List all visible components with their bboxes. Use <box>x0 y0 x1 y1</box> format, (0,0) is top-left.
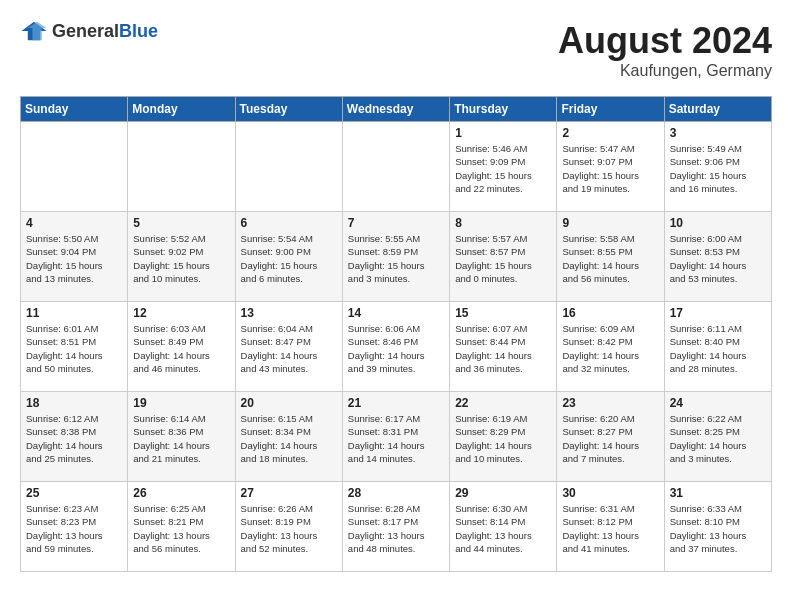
calendar-cell: 31Sunrise: 6:33 AM Sunset: 8:10 PM Dayli… <box>664 482 771 572</box>
weekday-header-thursday: Thursday <box>450 97 557 122</box>
calendar-cell: 6Sunrise: 5:54 AM Sunset: 9:00 PM Daylig… <box>235 212 342 302</box>
calendar-cell: 18Sunrise: 6:12 AM Sunset: 8:38 PM Dayli… <box>21 392 128 482</box>
weekday-header-monday: Monday <box>128 97 235 122</box>
day-info: Sunrise: 6:31 AM Sunset: 8:12 PM Dayligh… <box>562 502 658 555</box>
day-number: 24 <box>670 396 766 410</box>
calendar-cell: 4Sunrise: 5:50 AM Sunset: 9:04 PM Daylig… <box>21 212 128 302</box>
calendar-cell: 9Sunrise: 5:58 AM Sunset: 8:55 PM Daylig… <box>557 212 664 302</box>
day-info: Sunrise: 5:46 AM Sunset: 9:09 PM Dayligh… <box>455 142 551 195</box>
day-info: Sunrise: 6:04 AM Sunset: 8:47 PM Dayligh… <box>241 322 337 375</box>
weekday-header-saturday: Saturday <box>664 97 771 122</box>
day-info: Sunrise: 5:52 AM Sunset: 9:02 PM Dayligh… <box>133 232 229 285</box>
calendar-cell: 7Sunrise: 5:55 AM Sunset: 8:59 PM Daylig… <box>342 212 449 302</box>
calendar-week-row-2: 4Sunrise: 5:50 AM Sunset: 9:04 PM Daylig… <box>21 212 772 302</box>
calendar-cell: 10Sunrise: 6:00 AM Sunset: 8:53 PM Dayli… <box>664 212 771 302</box>
day-number: 6 <box>241 216 337 230</box>
calendar-cell: 28Sunrise: 6:28 AM Sunset: 8:17 PM Dayli… <box>342 482 449 572</box>
calendar-cell: 14Sunrise: 6:06 AM Sunset: 8:46 PM Dayli… <box>342 302 449 392</box>
day-number: 16 <box>562 306 658 320</box>
day-number: 12 <box>133 306 229 320</box>
day-number: 10 <box>670 216 766 230</box>
calendar-cell <box>342 122 449 212</box>
day-number: 26 <box>133 486 229 500</box>
weekday-header-friday: Friday <box>557 97 664 122</box>
location-title: Kaufungen, Germany <box>558 62 772 80</box>
calendar-cell: 25Sunrise: 6:23 AM Sunset: 8:23 PM Dayli… <box>21 482 128 572</box>
day-info: Sunrise: 5:55 AM Sunset: 8:59 PM Dayligh… <box>348 232 444 285</box>
day-info: Sunrise: 6:23 AM Sunset: 8:23 PM Dayligh… <box>26 502 122 555</box>
day-info: Sunrise: 6:06 AM Sunset: 8:46 PM Dayligh… <box>348 322 444 375</box>
day-number: 18 <box>26 396 122 410</box>
day-info: Sunrise: 6:19 AM Sunset: 8:29 PM Dayligh… <box>455 412 551 465</box>
day-number: 7 <box>348 216 444 230</box>
calendar-cell: 12Sunrise: 6:03 AM Sunset: 8:49 PM Dayli… <box>128 302 235 392</box>
day-info: Sunrise: 6:26 AM Sunset: 8:19 PM Dayligh… <box>241 502 337 555</box>
calendar-cell <box>21 122 128 212</box>
day-info: Sunrise: 6:11 AM Sunset: 8:40 PM Dayligh… <box>670 322 766 375</box>
calendar-cell: 19Sunrise: 6:14 AM Sunset: 8:36 PM Dayli… <box>128 392 235 482</box>
day-number: 29 <box>455 486 551 500</box>
calendar-cell: 3Sunrise: 5:49 AM Sunset: 9:06 PM Daylig… <box>664 122 771 212</box>
calendar-week-row-1: 1Sunrise: 5:46 AM Sunset: 9:09 PM Daylig… <box>21 122 772 212</box>
day-info: Sunrise: 6:12 AM Sunset: 8:38 PM Dayligh… <box>26 412 122 465</box>
day-info: Sunrise: 6:01 AM Sunset: 8:51 PM Dayligh… <box>26 322 122 375</box>
calendar-cell: 30Sunrise: 6:31 AM Sunset: 8:12 PM Dayli… <box>557 482 664 572</box>
day-info: Sunrise: 6:33 AM Sunset: 8:10 PM Dayligh… <box>670 502 766 555</box>
calendar-cell: 29Sunrise: 6:30 AM Sunset: 8:14 PM Dayli… <box>450 482 557 572</box>
day-number: 1 <box>455 126 551 140</box>
day-number: 21 <box>348 396 444 410</box>
day-info: Sunrise: 6:09 AM Sunset: 8:42 PM Dayligh… <box>562 322 658 375</box>
day-info: Sunrise: 5:50 AM Sunset: 9:04 PM Dayligh… <box>26 232 122 285</box>
day-number: 13 <box>241 306 337 320</box>
day-info: Sunrise: 6:20 AM Sunset: 8:27 PM Dayligh… <box>562 412 658 465</box>
day-number: 28 <box>348 486 444 500</box>
calendar-cell: 8Sunrise: 5:57 AM Sunset: 8:57 PM Daylig… <box>450 212 557 302</box>
day-number: 27 <box>241 486 337 500</box>
calendar-cell: 2Sunrise: 5:47 AM Sunset: 9:07 PM Daylig… <box>557 122 664 212</box>
calendar-cell <box>128 122 235 212</box>
calendar-cell: 27Sunrise: 6:26 AM Sunset: 8:19 PM Dayli… <box>235 482 342 572</box>
day-info: Sunrise: 6:30 AM Sunset: 8:14 PM Dayligh… <box>455 502 551 555</box>
day-info: Sunrise: 6:00 AM Sunset: 8:53 PM Dayligh… <box>670 232 766 285</box>
calendar-week-row-5: 25Sunrise: 6:23 AM Sunset: 8:23 PM Dayli… <box>21 482 772 572</box>
calendar-cell: 24Sunrise: 6:22 AM Sunset: 8:25 PM Dayli… <box>664 392 771 482</box>
calendar-week-row-4: 18Sunrise: 6:12 AM Sunset: 8:38 PM Dayli… <box>21 392 772 482</box>
day-info: Sunrise: 5:49 AM Sunset: 9:06 PM Dayligh… <box>670 142 766 195</box>
calendar-cell: 5Sunrise: 5:52 AM Sunset: 9:02 PM Daylig… <box>128 212 235 302</box>
day-info: Sunrise: 5:54 AM Sunset: 9:00 PM Dayligh… <box>241 232 337 285</box>
logo-general: General <box>52 21 119 41</box>
day-number: 2 <box>562 126 658 140</box>
day-number: 3 <box>670 126 766 140</box>
calendar-cell: 21Sunrise: 6:17 AM Sunset: 8:31 PM Dayli… <box>342 392 449 482</box>
day-number: 25 <box>26 486 122 500</box>
calendar-cell: 11Sunrise: 6:01 AM Sunset: 8:51 PM Dayli… <box>21 302 128 392</box>
calendar-table: SundayMondayTuesdayWednesdayThursdayFrid… <box>20 96 772 572</box>
calendar-cell: 17Sunrise: 6:11 AM Sunset: 8:40 PM Dayli… <box>664 302 771 392</box>
logo-blue: Blue <box>119 21 158 41</box>
day-number: 14 <box>348 306 444 320</box>
calendar-week-row-3: 11Sunrise: 6:01 AM Sunset: 8:51 PM Dayli… <box>21 302 772 392</box>
weekday-header-sunday: Sunday <box>21 97 128 122</box>
calendar-cell: 26Sunrise: 6:25 AM Sunset: 8:21 PM Dayli… <box>128 482 235 572</box>
day-info: Sunrise: 6:22 AM Sunset: 8:25 PM Dayligh… <box>670 412 766 465</box>
general-blue-icon <box>20 20 48 42</box>
day-info: Sunrise: 6:07 AM Sunset: 8:44 PM Dayligh… <box>455 322 551 375</box>
day-number: 19 <box>133 396 229 410</box>
calendar-cell: 20Sunrise: 6:15 AM Sunset: 8:34 PM Dayli… <box>235 392 342 482</box>
calendar-cell: 22Sunrise: 6:19 AM Sunset: 8:29 PM Dayli… <box>450 392 557 482</box>
day-number: 11 <box>26 306 122 320</box>
calendar-cell: 16Sunrise: 6:09 AM Sunset: 8:42 PM Dayli… <box>557 302 664 392</box>
month-title: August 2024 <box>558 20 772 62</box>
page-header: GeneralBlue August 2024 Kaufungen, Germa… <box>20 20 772 80</box>
weekday-header-row: SundayMondayTuesdayWednesdayThursdayFrid… <box>21 97 772 122</box>
day-number: 5 <box>133 216 229 230</box>
day-number: 8 <box>455 216 551 230</box>
day-info: Sunrise: 6:25 AM Sunset: 8:21 PM Dayligh… <box>133 502 229 555</box>
day-number: 22 <box>455 396 551 410</box>
day-info: Sunrise: 5:58 AM Sunset: 8:55 PM Dayligh… <box>562 232 658 285</box>
calendar-cell: 1Sunrise: 5:46 AM Sunset: 9:09 PM Daylig… <box>450 122 557 212</box>
calendar-cell: 23Sunrise: 6:20 AM Sunset: 8:27 PM Dayli… <box>557 392 664 482</box>
day-number: 20 <box>241 396 337 410</box>
day-info: Sunrise: 6:17 AM Sunset: 8:31 PM Dayligh… <box>348 412 444 465</box>
day-info: Sunrise: 6:03 AM Sunset: 8:49 PM Dayligh… <box>133 322 229 375</box>
